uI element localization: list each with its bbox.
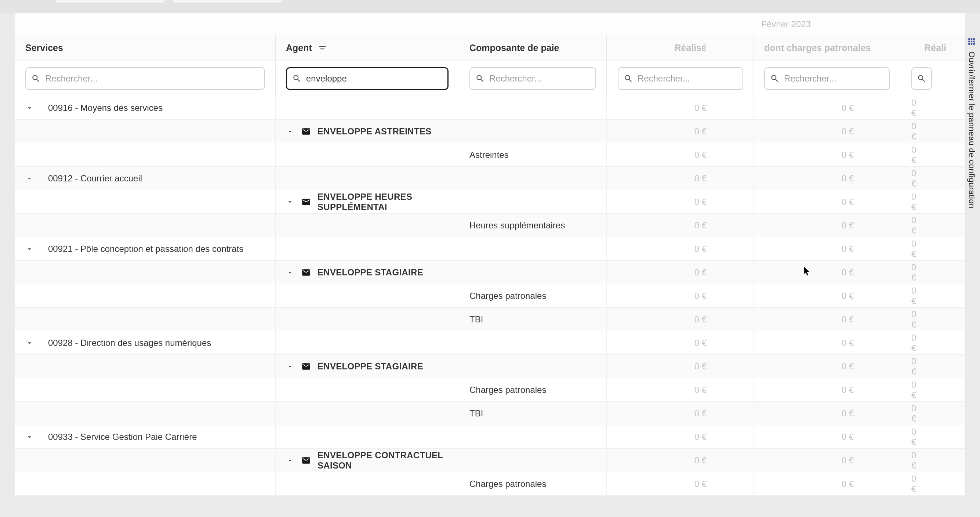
search-charges[interactable]: [764, 67, 890, 90]
config-panel-toggle[interactable]: Ouvrir/fermer le panneau de configuratio…: [965, 37, 978, 209]
data-table: Février 2023 Services Agent Composante d…: [15, 13, 965, 496]
chevron-down-icon[interactable]: [25, 433, 33, 441]
search-input-charges[interactable]: [784, 73, 884, 84]
cell-realise2: 0 €: [901, 261, 965, 284]
agent-row[interactable]: ENVELOPPE ASTREINTES0 €0 €0 €: [15, 120, 965, 143]
cell-realise2: 0 €: [901, 402, 965, 425]
composante-row[interactable]: TBI0 €0 €0 €: [15, 402, 965, 425]
composante-row[interactable]: TBI0 €0 €0 €: [15, 308, 965, 331]
chevron-down-icon[interactable]: [286, 198, 294, 206]
chevron-down-icon[interactable]: [25, 339, 33, 347]
cell-realise: 0 €: [607, 425, 754, 448]
composante-label: Charges patronales: [469, 479, 546, 489]
cell-realise: 0 €: [607, 449, 754, 472]
col-header-agent[interactable]: Agent: [276, 35, 459, 61]
agent-label: ENVELOPPE STAGIAIRE: [318, 267, 423, 278]
cell-realise: 0 €: [607, 237, 754, 260]
cell-realise: 0 €: [607, 143, 754, 166]
agent-row[interactable]: ENVELOPPE CONTRACTUEL SAISON0 €0 €0 €: [15, 449, 965, 472]
search-input-composante[interactable]: [489, 73, 590, 84]
cell-realise: 0 €: [607, 214, 754, 237]
cell-charges: 0 €: [754, 355, 901, 378]
mail-icon: [301, 197, 311, 207]
search-input-services[interactable]: [45, 73, 259, 84]
cell-realise2: 0 €: [901, 96, 965, 119]
agent-row[interactable]: ENVELOPPE HEURES SUPPLÉMENTAI0 €0 €0 €: [15, 190, 965, 214]
cell-realise: 0 €: [607, 120, 754, 143]
search-icon: [624, 74, 633, 83]
top-toolbar-area: [0, 0, 980, 13]
chevron-down-icon[interactable]: [25, 174, 33, 182]
col-header-realise[interactable]: Réalisé: [607, 35, 754, 61]
search-input-realise[interactable]: [638, 73, 737, 84]
cell-realise2: 0 €: [901, 167, 965, 190]
service-label: 00933 - Service Gestion Paie Carrière: [48, 432, 197, 442]
config-panel-label: Ouvrir/fermer le panneau de configuratio…: [967, 51, 976, 209]
service-row[interactable]: 00912 - Courrier accueil0 €0 €0 €: [15, 167, 965, 190]
service-row[interactable]: 00921 - Pôle conception et passation des…: [15, 237, 965, 261]
cell-charges: 0 €: [754, 402, 901, 425]
cell-charges: 0 €: [754, 331, 901, 354]
composante-row[interactable]: Heures supplémentaires0 €0 €0 €: [15, 214, 965, 237]
composante-label: Astreintes: [469, 150, 509, 160]
chevron-down-icon[interactable]: [25, 245, 33, 253]
cell-charges: 0 €: [754, 472, 901, 495]
col-header-charges[interactable]: dont charges patronales: [754, 35, 901, 61]
chevron-down-icon[interactable]: [286, 268, 294, 276]
agent-row[interactable]: ENVELOPPE STAGIAIRE0 €0 €0 €: [15, 261, 965, 284]
column-header-row: Services Agent Composante de paie Réalis…: [15, 35, 965, 61]
cell-realise: 0 €: [607, 331, 754, 354]
chevron-down-icon[interactable]: [286, 362, 294, 370]
service-label: 00928 - Direction des usages numériques: [48, 338, 211, 348]
col-header-services[interactable]: Services: [15, 35, 276, 61]
cell-realise2: 0 €: [901, 143, 965, 166]
composante-row[interactable]: Astreintes0 €0 €0 €: [15, 143, 965, 167]
agent-label: ENVELOPPE ASTREINTES: [318, 126, 432, 137]
cell-charges: 0 €: [754, 449, 901, 472]
search-icon: [292, 74, 302, 83]
composante-row[interactable]: Charges patronales0 €0 €0 €: [15, 284, 965, 308]
cell-charges: 0 €: [754, 214, 901, 237]
search-services[interactable]: [25, 67, 265, 90]
service-label: 00912 - Courrier accueil: [48, 173, 142, 184]
agent-row[interactable]: ENVELOPPE STAGIAIRE0 €0 €0 €: [15, 355, 965, 378]
composante-row[interactable]: Charges patronales0 €0 €0 €: [15, 472, 965, 496]
col-header-realise2[interactable]: Réali: [901, 35, 965, 61]
composante-label: Charges patronales: [469, 291, 546, 301]
cell-charges: 0 €: [754, 190, 901, 213]
cell-charges: 0 €: [754, 120, 901, 143]
search-realise2[interactable]: [912, 67, 932, 90]
cell-realise: 0 €: [607, 472, 754, 495]
cell-realise2: 0 €: [901, 355, 965, 378]
service-row[interactable]: 00933 - Service Gestion Paie Carrière0 €…: [15, 425, 965, 449]
search-realise[interactable]: [618, 67, 743, 90]
col-header-composante[interactable]: Composante de paie: [459, 35, 607, 61]
period-label: Février 2023: [607, 13, 965, 35]
chevron-down-icon[interactable]: [286, 456, 294, 464]
chevron-down-icon[interactable]: [286, 128, 294, 136]
ghost-tab: [172, 0, 283, 4]
ghost-tab: [55, 0, 165, 4]
agent-label: ENVELOPPE STAGIAIRE: [318, 361, 423, 372]
filter-icon[interactable]: [318, 44, 327, 53]
cell-charges: 0 €: [754, 167, 901, 190]
cell-realise2: 0 €: [901, 190, 965, 213]
search-icon: [917, 74, 926, 83]
service-row[interactable]: 00916 - Moyens des services0 €0 €0 €: [15, 96, 965, 120]
composante-row[interactable]: Charges patronales0 €0 €0 €: [15, 378, 965, 402]
cell-realise: 0 €: [607, 96, 754, 119]
period-header-row: Février 2023: [15, 13, 965, 35]
search-input-agent[interactable]: [306, 73, 442, 84]
mail-icon: [301, 456, 311, 465]
search-composante[interactable]: [469, 67, 596, 90]
service-row[interactable]: 00928 - Direction des usages numériques0…: [15, 331, 965, 355]
cell-realise2: 0 €: [901, 284, 965, 307]
cell-realise2: 0 €: [901, 214, 965, 237]
service-label: 00921 - Pôle conception et passation des…: [48, 244, 243, 254]
search-agent[interactable]: [286, 67, 449, 90]
cell-realise2: 0 €: [901, 120, 965, 143]
chevron-down-icon[interactable]: [25, 104, 33, 112]
cell-charges: 0 €: [754, 237, 901, 260]
cell-realise: 0 €: [607, 355, 754, 378]
search-icon: [31, 74, 41, 83]
